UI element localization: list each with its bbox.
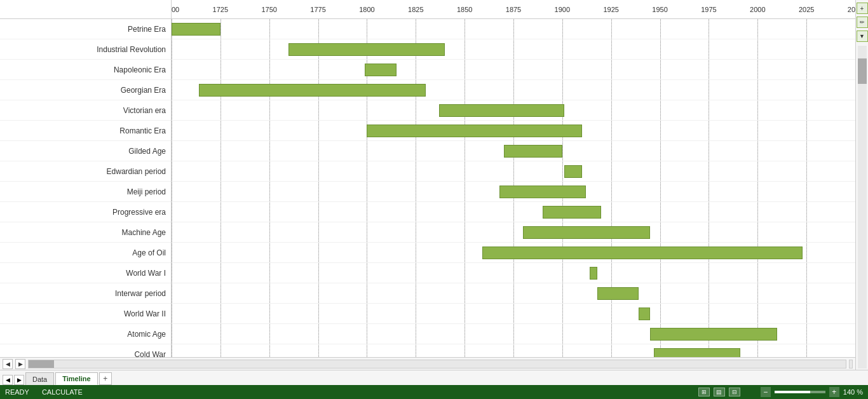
chart-area: 1700172517501775180018251850187519001925… <box>0 0 868 370</box>
vertical-scrollbar[interactable] <box>858 46 867 369</box>
bar-8[interactable] <box>499 186 585 198</box>
row-label-3: Georgian Era <box>0 80 171 100</box>
tab-next-btn[interactable]: ▶ <box>14 375 24 385</box>
bar-4[interactable] <box>439 104 564 117</box>
pen-icon[interactable]: ✏ <box>857 17 868 28</box>
right-panel: + ✏ ▼ <box>855 0 868 370</box>
bottom-scrollbar: ◀ ▶ <box>0 357 855 370</box>
bar-11[interactable] <box>482 247 803 259</box>
row-label-11: Age of Oil <box>0 243 171 263</box>
row-label-10: Machine Age <box>0 222 171 243</box>
bar-row-13 <box>172 283 855 304</box>
row-label-4: Victorian era <box>0 100 171 121</box>
axis-tick-1975: 1975 <box>701 0 716 18</box>
row-labels: Petrine EraIndustrial RevolutionNapoleon… <box>0 19 172 357</box>
axis-tick-1925: 1925 <box>603 0 618 18</box>
axis-tick-1800: 1800 <box>359 0 374 18</box>
status-left: READY CALCULATE <box>5 388 83 396</box>
bar-6[interactable] <box>504 145 562 158</box>
axis-tick-1900: 1900 <box>555 0 570 18</box>
tab-bar: ◀ ▶ Data Timeline + <box>0 370 868 385</box>
chart-container: 1700172517501775180018251850187519001925… <box>0 0 855 370</box>
bar-row-8 <box>172 182 855 202</box>
tab-timeline[interactable]: Timeline <box>55 372 97 385</box>
bar-12[interactable] <box>590 267 597 280</box>
bars-area <box>172 19 855 357</box>
row-label-0: Petrine Era <box>0 19 171 39</box>
status-right: ⊞ ▤ ⊟ − + 140 % <box>698 387 863 397</box>
axis-tick-2000: 2000 <box>750 0 765 18</box>
row-label-14: World War II <box>0 304 171 324</box>
bar-9[interactable] <box>543 206 601 219</box>
calculate-status: CALCULATE <box>42 388 83 396</box>
print-view-btn[interactable]: ▤ <box>714 388 725 396</box>
bar-row-0 <box>172 19 855 39</box>
row-label-2: Napoleonic Era <box>0 60 171 80</box>
bar-row-14 <box>172 304 855 324</box>
bar-3[interactable] <box>199 84 426 97</box>
axis-tick-2025: 2025 <box>799 0 814 18</box>
bar-row-12 <box>172 263 855 283</box>
bar-row-4 <box>172 100 855 121</box>
bar-15[interactable] <box>650 328 777 341</box>
filter-icon[interactable]: ▼ <box>857 30 868 42</box>
zoom-slider[interactable] <box>775 391 825 393</box>
scrollbar-thumb <box>29 360 54 368</box>
bar-row-11 <box>172 243 855 263</box>
bar-16[interactable] <box>654 348 740 357</box>
row-label-13: Interwar period <box>0 283 171 304</box>
bar-row-5 <box>172 121 855 141</box>
bar-2[interactable] <box>365 64 396 76</box>
axis-ticks: 1700172517501775180018251850187519001925… <box>172 0 855 18</box>
bar-13[interactable] <box>597 287 639 300</box>
axis-tick-1700: 1700 <box>172 0 179 18</box>
chart-body[interactable]: Petrine EraIndustrial RevolutionNapoleon… <box>0 19 855 357</box>
grid-view-btn[interactable]: ⊞ <box>698 388 710 396</box>
axis-tick-1775: 1775 <box>310 0 325 18</box>
zoom-slider-fill <box>775 391 810 393</box>
bar-1[interactable] <box>288 43 445 56</box>
zoom-in-btn[interactable]: + <box>829 387 839 397</box>
bar-14[interactable] <box>639 308 650 320</box>
row-label-9: Progressive era <box>0 202 171 222</box>
bar-row-2 <box>172 60 855 80</box>
bar-row-9 <box>172 202 855 222</box>
axis-tick-1725: 1725 <box>213 0 228 18</box>
row-label-7: Edwardian period <box>0 161 171 182</box>
row-label-8: Meiji period <box>0 182 171 202</box>
row-label-1: Industrial Revolution <box>0 39 171 60</box>
scroll-left-btn[interactable]: ◀ <box>3 359 13 369</box>
horizontal-scrollbar[interactable] <box>28 360 846 369</box>
vscroll-thumb <box>858 58 867 84</box>
bar-row-10 <box>172 222 855 243</box>
bar-5[interactable] <box>367 125 581 137</box>
zoom-out-btn[interactable]: − <box>761 387 771 397</box>
scroll-right-btn[interactable]: ▶ <box>15 359 25 369</box>
bar-7[interactable] <box>564 165 582 178</box>
axis-tick-1875: 1875 <box>506 0 521 18</box>
page-view-btn[interactable]: ⊟ <box>729 388 740 396</box>
bar-row-7 <box>172 161 855 182</box>
bar-row-3 <box>172 80 855 100</box>
ready-status: READY <box>5 388 29 396</box>
add-sheet-btn[interactable]: + <box>99 372 112 385</box>
add-row-btn[interactable]: + <box>857 3 868 14</box>
row-label-6: Gilded Age <box>0 141 171 161</box>
axis-tick-1750: 1750 <box>261 0 276 18</box>
scrollbar-corner <box>849 360 853 369</box>
bar-row-1 <box>172 39 855 60</box>
axis-tick-1950: 1950 <box>652 0 667 18</box>
axis-tick-2050: 2050 <box>848 0 855 18</box>
row-labels-header <box>0 0 172 18</box>
bar-10[interactable] <box>523 226 650 239</box>
tab-data[interactable]: Data <box>25 372 54 385</box>
row-label-15: Atomic Age <box>0 324 171 344</box>
row-label-16: Cold War <box>0 344 171 357</box>
bar-row-15 <box>172 324 855 344</box>
axis-tick-1825: 1825 <box>408 0 423 18</box>
axis-header: 1700172517501775180018251850187519001925… <box>0 0 855 19</box>
row-label-5: Romantic Era <box>0 121 171 141</box>
bar-0[interactable] <box>172 23 220 36</box>
row-label-12: World War I <box>0 263 171 283</box>
tab-prev-btn[interactable]: ◀ <box>3 375 13 385</box>
